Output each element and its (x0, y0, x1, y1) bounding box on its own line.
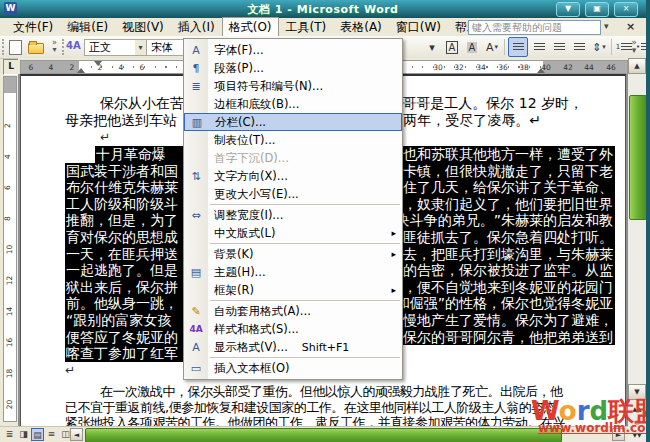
format-menu-item-label: 自动套用格式(A)... (214, 304, 311, 319)
format-menu-item[interactable]: A显示格式(V)...Shift+F1 (184, 338, 402, 356)
character-border-button[interactable]: A (443, 38, 461, 56)
format-menu-item[interactable]: ▭插入文本框(O) (184, 359, 402, 377)
close-button[interactable]: × (614, 2, 638, 17)
scroll-left-button[interactable]: ◄ (70, 428, 83, 441)
format-menu-item[interactable]: ⇔调整宽度(I)... (184, 206, 402, 224)
format-menu-item-label: 段落(P)... (214, 61, 264, 76)
format-menu-item[interactable]: A字体(F)... (184, 41, 402, 59)
format-menu-item[interactable]: 制表位(T)... (184, 131, 402, 149)
menu-separator (210, 204, 400, 205)
combo-arrow-icon[interactable]: ▾ (135, 40, 146, 55)
menubar-item[interactable]: 窗口(W) (389, 18, 448, 37)
ruler-number: 46 (606, 63, 616, 72)
format-menu-item[interactable]: ≣项目符号和编号(N)... (184, 77, 402, 95)
menubar-item[interactable]: 格式(O) (222, 17, 279, 38)
toolbar-overflow-button[interactable]: »▾ (628, 38, 640, 54)
title-bar[interactable]: W 文档 1 - Microsoft Word ▼▣× (0, 0, 646, 18)
menubar-item[interactable]: 编辑(E) (60, 18, 115, 37)
help-question-input[interactable]: 键入需要帮助的问题 (468, 20, 601, 35)
align-left-button[interactable] (508, 37, 528, 57)
menubar-item[interactable]: 插入(I) (171, 18, 222, 37)
print-layout-view-button[interactable]: ▤ (31, 428, 44, 441)
style-combobox[interactable]: 正文 ▾ (84, 39, 148, 56)
tab-stop-selector[interactable]: L (3, 59, 19, 75)
format-menu-item-label: 主题(H)... (214, 265, 266, 280)
menubar-item[interactable]: 视图(V) (115, 18, 171, 37)
first-line-indent-marker[interactable] (94, 61, 102, 66)
menubar-item[interactable]: 工具(T) (279, 18, 334, 37)
character-scale-button[interactable]: A▾ (483, 38, 501, 56)
ruler-number: 10 (5, 245, 14, 255)
font-size-arrow[interactable]: ▾ (423, 38, 441, 56)
format-menu-item[interactable]: 中文版式(L)▸ (184, 224, 402, 242)
format-menu-item[interactable]: ✎自动套用格式(A)... (184, 302, 402, 320)
line-spacing-button[interactable]: ⇕▾ (590, 38, 608, 56)
new-document-button[interactable] (9, 40, 22, 55)
vertical-scroll-thumb[interactable] (629, 95, 647, 220)
outline-view-button[interactable]: ≡ (45, 428, 58, 441)
menubar-close-icon[interactable]: × (626, 20, 635, 33)
ruler-number: 8 (3, 216, 12, 221)
ruler-number: 18 (5, 369, 14, 379)
align-center-button[interactable] (530, 38, 548, 56)
toolbar-grip[interactable] (2, 39, 7, 55)
format-menu-item[interactable]: 首字下沉(D)... (184, 149, 402, 167)
character-shading-button[interactable]: A (463, 38, 481, 56)
selected-text-left: 十月革命爆 (96, 146, 166, 163)
submenu-arrow-icon: ▸ (391, 228, 396, 238)
menubar-item[interactable]: 表格(A) (333, 18, 389, 37)
restore-button[interactable]: ▣ (585, 2, 609, 17)
icon-prefix: 1 (616, 43, 620, 51)
style-value: 正文 (89, 41, 111, 54)
format-menu-item-label: 背景(K) (214, 247, 254, 262)
hanging-indent-marker[interactable] (77, 68, 85, 73)
normal-view-button[interactable]: ≣ (3, 428, 16, 441)
alignment-bars-icon (554, 43, 565, 52)
align-right-button[interactable] (550, 38, 568, 56)
line-spacing-button-icon: ⇕ (592, 41, 601, 54)
paragraph-icon: ¶ (184, 62, 208, 75)
web-layout-view-button[interactable]: ◨ (17, 428, 30, 441)
format-menu-item[interactable]: 更改大小写(E)... (184, 185, 402, 203)
menubar-item[interactable]: 文件(F) (6, 18, 60, 37)
ruler-number: 4 (3, 154, 12, 159)
character-border-button-icon: A (446, 41, 459, 54)
format-menu-item-label: 样式和格式(S)... (214, 322, 299, 337)
format-menu-item[interactable]: ¶段落(P)... (184, 59, 402, 77)
dropdown-arrow-icon[interactable]: ▾ (495, 43, 499, 51)
right-indent-marker[interactable] (537, 68, 545, 73)
format-menu-item[interactable]: 4A样式和格式(S)... (184, 320, 402, 338)
styles-pane-button[interactable]: 4A (66, 40, 81, 51)
paragraph-mark: ↵ (100, 130, 110, 144)
ruler-number: 14 (5, 307, 14, 317)
horizontal-scroll-thumb[interactable] (85, 428, 562, 442)
vertical-ruler[interactable]: 2468101214161820 (3, 76, 17, 422)
format-menu-item[interactable]: ▥分栏(C)... (184, 113, 402, 131)
distribute-button[interactable] (570, 38, 588, 56)
format-menu-item[interactable]: 背景(K)▸ (184, 245, 402, 263)
open-button[interactable] (28, 43, 44, 54)
paragraph-mark: ↵ (65, 363, 75, 377)
format-menu-item[interactable]: 框架(R)▸ (184, 281, 402, 299)
menu-separator (210, 243, 400, 244)
reveal-formatting-icon: A (184, 341, 208, 354)
format-menu-item[interactable]: 边框和底纹(B)... (184, 95, 402, 113)
scroll-up-button[interactable]: ▲ (628, 58, 646, 74)
menu-items: 文件(F)编辑(E)视图(V)插入(I)格式(O)工具(T)表格(A)窗口(W)… (6, 18, 504, 36)
format-menu-item-label: 文字方向(X)... (214, 169, 288, 184)
toolbar-overflow-button[interactable]: »▾ (49, 39, 60, 53)
document-text-line: 保尔从小在苦 (100, 95, 184, 112)
format-menu-item-label: 首字下沉(D)... (214, 151, 289, 166)
format-menu-item[interactable]: ⇅文字方向(X)... (184, 167, 402, 185)
selected-text-left: 国武装干涉者和国 (66, 163, 178, 180)
help-dropdown-icon[interactable]: ▾ (604, 21, 609, 31)
minimize-button[interactable]: ▼ (556, 2, 580, 17)
format-menu-item-label: 调整宽度(I)... (214, 208, 283, 223)
format-menu-item-label: 中文版式(L) (214, 226, 275, 241)
format-menu-item-label: 插入文本框(O) (214, 361, 290, 376)
ruler-number: 2 (70, 63, 75, 72)
selected-text-left: 喀查丁参加了红军 (66, 345, 178, 362)
format-menu-item[interactable]: ▤主题(H)... (184, 263, 402, 281)
dropdown-arrow-icon[interactable]: ▾ (602, 43, 606, 51)
vertical-scrollbar[interactable]: ▲ ▼ ▲▲ ○ ▼▼ (628, 58, 646, 442)
